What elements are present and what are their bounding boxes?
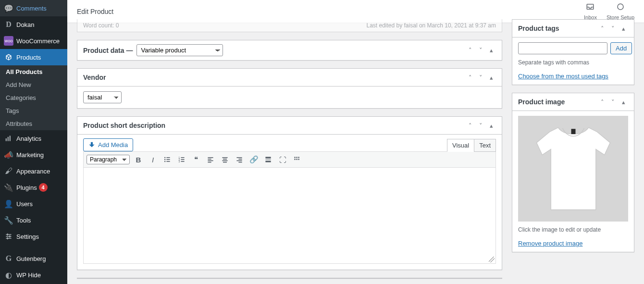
svg-rect-7 xyxy=(10,235,11,238)
italic-icon[interactable]: I xyxy=(147,154,159,165)
move-up-icon[interactable]: ˄ xyxy=(597,97,607,107)
sidebar-item-label: Users xyxy=(16,200,33,208)
svg-rect-25 xyxy=(208,161,213,161)
sidebar-item-products[interactable]: Products xyxy=(0,49,67,65)
svg-rect-23 xyxy=(208,157,213,158)
add-media-button[interactable]: Add Media xyxy=(83,138,133,151)
analytics-icon xyxy=(4,134,13,143)
toolbar-toggle-icon[interactable] xyxy=(291,154,303,165)
format-select[interactable]: Paragraph xyxy=(87,155,130,164)
sidebar-item-users[interactable]: 👤Users xyxy=(0,196,67,212)
svg-rect-43 xyxy=(298,159,299,160)
sidebar-item-analytics[interactable]: Analytics xyxy=(0,130,67,147)
blockquote-icon[interactable]: ❝ xyxy=(190,154,202,165)
product-image-thumbnail[interactable] xyxy=(518,116,628,222)
toggle-icon[interactable]: ▴ xyxy=(486,46,496,55)
sub-item-attributes[interactable]: Attributes xyxy=(0,117,67,130)
tab-visual[interactable]: Visual xyxy=(447,139,474,152)
link-icon[interactable]: 🔗 xyxy=(248,154,260,165)
product-type-select[interactable]: Variable product xyxy=(136,44,223,56)
svg-rect-44 xyxy=(571,129,575,134)
sub-item-categories[interactable]: Categories xyxy=(0,91,67,104)
choose-tags-link[interactable]: Choose from the most used tags xyxy=(518,73,608,80)
align-right-icon[interactable] xyxy=(234,154,245,165)
inbox-button[interactable]: Inbox xyxy=(584,2,597,20)
toggle-icon[interactable]: ▴ xyxy=(486,73,496,82)
toggle-icon[interactable]: ▴ xyxy=(619,24,628,33)
vendor-select[interactable]: faisal xyxy=(83,91,122,103)
resize-grip[interactable] xyxy=(489,257,495,262)
sub-item-tags[interactable]: Tags xyxy=(0,104,67,117)
short-description-metabox: Product short description ˄ ˅ ▴ Add xyxy=(77,116,502,270)
tab-text[interactable]: Text xyxy=(474,139,496,152)
editor-toolbar: Paragraph B I 123 ❝ 🔗 ⛶ xyxy=(83,151,496,168)
tags-input[interactable] xyxy=(518,42,607,54)
svg-rect-2 xyxy=(10,136,11,141)
sidebar-item-wp-hide[interactable]: ◐WP Hide xyxy=(0,267,67,283)
move-up-icon[interactable]: ˄ xyxy=(597,24,607,33)
move-up-icon[interactable]: ˄ xyxy=(465,121,475,130)
move-up-icon[interactable]: ˄ xyxy=(465,46,475,55)
sidebar-item-appearance[interactable]: 🖌Appearance xyxy=(0,163,67,179)
sidebar-item-label: Products xyxy=(16,54,41,61)
move-down-icon[interactable]: ˅ xyxy=(476,73,485,82)
bold-icon[interactable]: B xyxy=(133,154,144,165)
sidebar-item-label: Settings xyxy=(16,233,39,240)
vendor-metabox: Vendor ˄ ˅ ▴ faisal xyxy=(77,68,502,109)
product-tags-metabox: Product tags ˄ ˅ ▴ Add Separate tags wit… xyxy=(512,19,634,85)
sub-item-all-products[interactable]: All Products xyxy=(0,65,67,78)
toggle-icon[interactable]: ▴ xyxy=(486,121,496,130)
svg-rect-22 xyxy=(181,161,184,162)
move-down-icon[interactable]: ˅ xyxy=(608,24,618,33)
align-left-icon[interactable] xyxy=(205,154,216,165)
svg-rect-27 xyxy=(222,157,227,158)
svg-rect-3 xyxy=(6,234,11,235)
svg-rect-33 xyxy=(236,161,242,161)
products-icon xyxy=(4,52,13,62)
move-up-icon[interactable]: ˄ xyxy=(465,73,475,82)
svg-rect-12 xyxy=(166,157,170,158)
bullet-list-icon[interactable] xyxy=(161,154,173,165)
svg-rect-29 xyxy=(222,161,227,161)
vendor-title: Vendor xyxy=(83,74,106,81)
sidebar-item-tools[interactable]: 🔧Tools xyxy=(0,212,67,228)
fullscreen-icon[interactable]: ⛶ xyxy=(277,154,288,165)
sidebar-item-woocommerce[interactable]: wooWooCommerce xyxy=(0,33,67,49)
svg-rect-36 xyxy=(265,159,271,160)
admin-sidebar: 💬Comments DDokan wooWooCommerce Products… xyxy=(0,0,67,284)
sidebar-item-marketing[interactable]: 📣Marketing xyxy=(0,147,67,163)
svg-rect-16 xyxy=(166,161,170,162)
plugins-update-badge: 4 xyxy=(39,183,48,192)
sub-item-add-new[interactable]: Add New xyxy=(0,78,67,91)
sidebar-item-label: Gutenberg xyxy=(16,255,46,262)
editor-footer-strip: Word count: 0 Last edited by faisal on M… xyxy=(77,19,502,32)
plugins-icon: 🔌 xyxy=(4,183,13,192)
read-more-icon[interactable] xyxy=(262,154,274,165)
svg-rect-5 xyxy=(6,238,11,239)
sidebar-item-label: Appearance xyxy=(16,168,50,175)
sidebar-item-gutenberg[interactable]: GGutenberg xyxy=(0,250,67,267)
align-center-icon[interactable] xyxy=(219,154,231,165)
store-setup-icon xyxy=(616,2,625,13)
remove-image-link[interactable]: Remove product image xyxy=(518,240,582,247)
numbered-list-icon[interactable]: 123 xyxy=(176,154,187,165)
sidebar-item-comments[interactable]: 💬Comments xyxy=(0,0,67,16)
sidebar-item-plugins[interactable]: 🔌Plugins4 xyxy=(0,179,67,196)
users-icon: 👤 xyxy=(4,199,13,209)
editor-textarea[interactable] xyxy=(83,168,496,264)
add-tag-button[interactable]: Add xyxy=(610,42,632,54)
svg-rect-38 xyxy=(294,157,295,158)
svg-rect-26 xyxy=(208,162,211,163)
store-setup-button[interactable]: Store Setup xyxy=(607,2,634,20)
svg-point-15 xyxy=(164,161,165,162)
dokan-icon: D xyxy=(4,20,13,29)
move-down-icon[interactable]: ˅ xyxy=(476,121,485,130)
sidebar-item-label: Analytics xyxy=(16,135,41,142)
svg-rect-35 xyxy=(265,157,271,158)
move-down-icon[interactable]: ˅ xyxy=(476,46,485,55)
sidebar-item-settings[interactable]: Settings xyxy=(0,228,67,245)
toggle-icon[interactable]: ▴ xyxy=(619,97,628,107)
sidebar-item-dokan[interactable]: DDokan xyxy=(0,16,67,33)
move-down-icon[interactable]: ˅ xyxy=(608,97,618,107)
media-icon xyxy=(88,141,95,149)
